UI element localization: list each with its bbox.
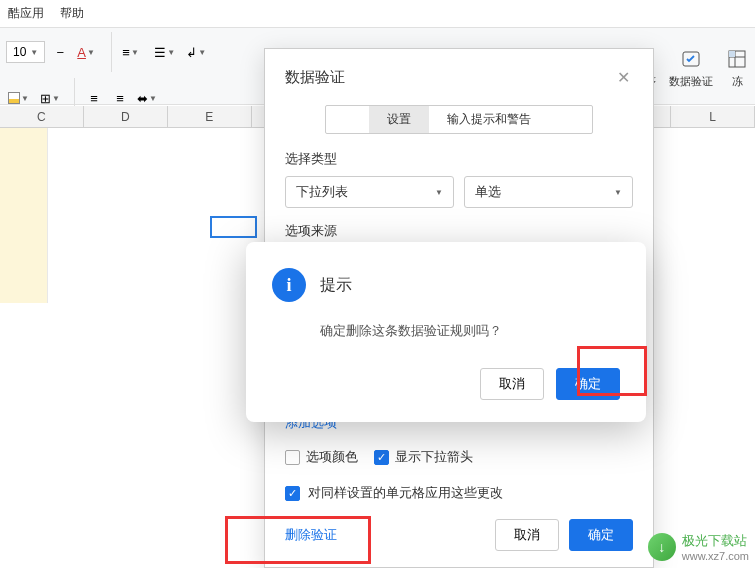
alert-title: 提示 [320, 275, 352, 296]
watermark-url: www.xz7.com [682, 550, 749, 562]
watermark: ↓ 极光下载站 www.xz7.com [648, 532, 749, 562]
alert-cancel-button[interactable]: 取消 [480, 368, 544, 400]
watermark-icon: ↓ [648, 533, 676, 561]
info-icon: i [272, 268, 306, 302]
alert-ok-button[interactable]: 确定 [556, 368, 620, 400]
confirm-alert: i 提示 确定删除这条数据验证规则吗？ 取消 确定 [246, 242, 646, 422]
alert-message: 确定删除这条数据验证规则吗？ [320, 322, 620, 340]
watermark-name: 极光下载站 [682, 532, 749, 550]
